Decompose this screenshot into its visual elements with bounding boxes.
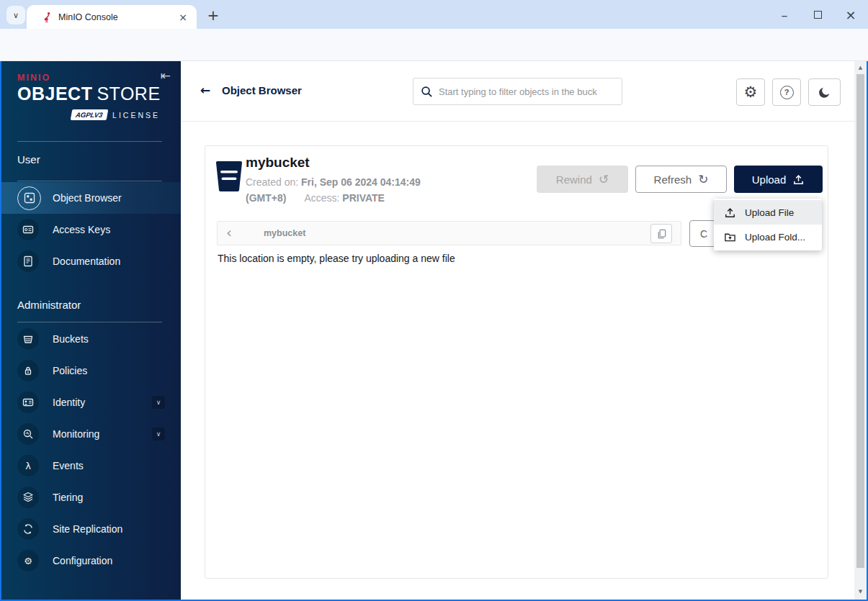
maximize-icon [814,11,822,19]
minio-logo: MINIO OBJECTSTORE AGPLV3 LICENSE [17,73,160,120]
search-input[interactable] [439,86,614,97]
settings-button[interactable]: ⚙ [736,78,765,106]
sidebar-item-site-replication[interactable]: Site Replication [0,513,181,545]
menu-item-upload-file[interactable]: Upload File [714,200,822,225]
sidebar-item-label: Configuration [53,555,112,566]
sidebar-item-buckets[interactable]: Buckets [0,323,181,355]
policies-icon [22,365,34,376]
object-browser-icon [24,192,35,204]
browser-tab[interactable]: MinIO Console × [27,5,197,29]
access-keys-icon [22,224,34,235]
sidebar-item-label: Object Browser [53,192,122,204]
lambda-icon: λ [25,461,31,471]
identity-icon [22,397,34,408]
close-button[interactable]: × [840,4,862,24]
upload-file-icon [724,207,736,219]
minio-favicon-icon [41,12,53,23]
help-button[interactable]: ? [772,78,801,106]
sidebar-item-access-keys[interactable]: Access Keys [0,214,181,245]
breadcrumb[interactable]: mybucket [264,228,305,238]
menu-item-label: Upload Fold... [745,232,805,243]
sidebar-item-object-browser[interactable]: Object Browser [0,182,181,214]
bucket-name: mybucket [246,155,310,171]
bucket-created-line: Created on: Fri, Sep 06 2024 04:14:49 [246,176,421,188]
menu-item-label: Upload File [745,207,794,218]
monitoring-icon [22,428,34,440]
sidebar-item-label: Monitoring [53,428,99,440]
sidebar-item-label: Policies [53,365,87,376]
sidebar-divider [17,322,162,322]
path-breadcrumb-bar: ‹ mybucket [217,221,681,245]
main-area: ← Object Browser ⚙ ? mybucket Created on… [181,61,854,600]
scrollbar-thumb[interactable] [856,74,864,568]
upload-dropdown-menu: Upload File Upload Fold... [714,199,822,250]
path-back-icon[interactable]: ‹ [226,224,232,241]
page-scrollbar[interactable]: ▲ ▼ [854,61,867,600]
sidebar-item-label: Access Keys [53,224,110,235]
bucket-icon [215,161,243,192]
sidebar-item-label: Buckets [53,333,89,345]
license-label: LICENSE [112,111,160,119]
upload-icon [792,173,805,186]
sidebar-item-documentation[interactable]: Documentation [0,245,181,277]
buckets-icon [22,333,34,345]
created-timezone: (GMT+8) [246,192,286,204]
refresh-button[interactable]: Refresh ↻ [635,166,727,193]
rewind-button[interactable]: Rewind ↺ [537,166,628,193]
tiering-layers-icon [22,492,34,503]
empty-location-message: This location is empty, please try uploa… [218,253,455,264]
sidebar-item-configuration[interactable]: ⚙ Configuration [0,545,181,577]
browser-tab-strip: ∨ MinIO Console × + – × [0,0,868,29]
sidebar: ⇤ MINIO OBJECTSTORE AGPLV3 LICENSE User … [0,61,181,600]
site-replication-sync-icon [22,523,34,535]
scroll-up-arrow-icon[interactable]: ▲ [854,63,867,73]
clipped-button-label: C [700,228,707,240]
upload-folder-icon [724,231,736,243]
page-title: Object Browser [222,84,302,96]
help-icon: ? [780,86,794,99]
object-filter-search[interactable] [413,78,622,105]
sidebar-item-label: Documentation [53,256,120,267]
search-icon [421,86,433,98]
sidebar-item-events[interactable]: λ Events [0,450,181,482]
new-tab-button[interactable]: + [205,6,222,24]
refresh-icon: ↻ [698,172,708,186]
minimize-button[interactable]: – [774,4,795,24]
documentation-icon [22,256,34,267]
created-value: Fri, Sep 06 2024 04:14:49 [301,176,421,188]
scroll-down-arrow-icon[interactable]: ▼ [854,587,867,597]
copy-path-button[interactable] [650,224,672,243]
upload-label: Upload [752,173,787,186]
maximize-button[interactable] [807,4,828,24]
section-label-user: User [17,153,40,166]
brand-object: OBJECT [17,83,92,104]
browser-toolbar: ← → ↻ ⌂ minio.linuxsb.com/browser/mybuck… [0,29,868,61]
sidebar-collapse-icon[interactable]: ⇤ [161,68,171,83]
sidebar-item-label: Site Replication [53,523,122,535]
sidebar-item-identity[interactable]: Identity ∨ [0,387,181,418]
sidebar-divider [17,181,162,181]
app-header: ← Object Browser ⚙ ? [181,61,854,122]
bucket-access-line: (GMT+8) Access: PRIVATE [246,192,385,204]
sidebar-item-label: Events [53,460,84,471]
menu-item-upload-folder[interactable]: Upload Fold... [714,225,822,249]
sidebar-item-label: Identity [53,397,85,408]
back-arrow-icon[interactable]: ← [200,83,210,97]
rewind-history-icon: ↺ [599,172,609,186]
sidebar-item-label: Tiering [53,492,83,503]
dark-mode-button[interactable] [808,78,841,106]
sidebar-divider [17,141,162,142]
chevron-down-icon[interactable]: ∨ [152,428,165,440]
sidebar-item-policies[interactable]: Policies [0,355,181,387]
tab-close-icon[interactable]: × [176,11,189,24]
rewind-label: Rewind [556,173,592,186]
gear-icon: ⚙ [24,556,32,566]
copy-icon [656,228,667,240]
sidebar-item-tiering[interactable]: Tiering [0,482,181,513]
sidebar-item-monitoring[interactable]: Monitoring ∨ [0,418,181,450]
chevron-down-icon[interactable]: ∨ [152,396,165,409]
tab-search-button[interactable]: ∨ [6,6,25,24]
upload-button[interactable]: Upload [734,166,823,193]
access-value: PRIVATE [342,192,385,204]
bucket-card: mybucket Created on: Fri, Sep 06 2024 04… [205,145,828,579]
